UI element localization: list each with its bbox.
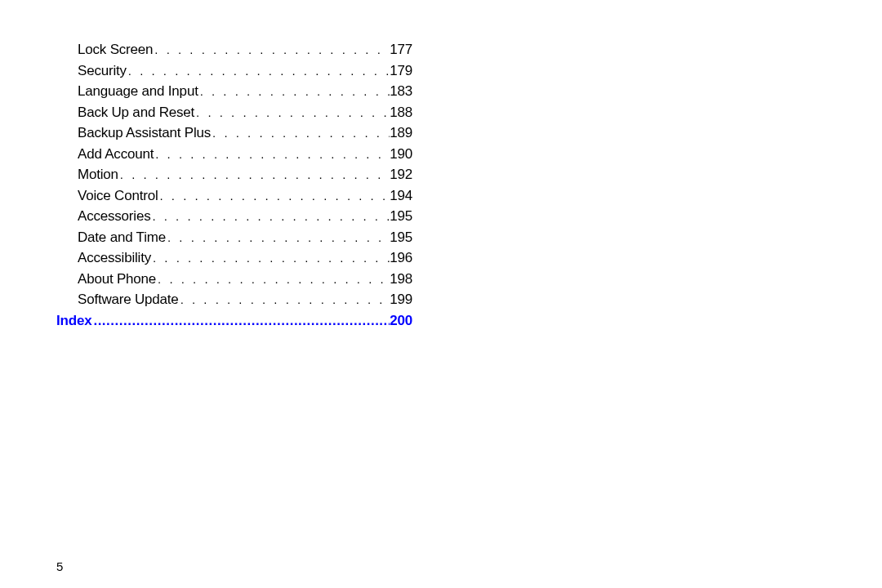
toc-title: Index bbox=[56, 310, 91, 332]
toc-page: 179 bbox=[390, 60, 412, 82]
toc-dots: . . . . . . . . . . . . . . . . . . . . … bbox=[198, 82, 390, 101]
toc-dots: ........................................… bbox=[91, 310, 390, 332]
toc-container: Lock Screen . . . . . . . . . . . . . . … bbox=[78, 39, 412, 331]
toc-title: Accessibility bbox=[78, 247, 151, 269]
toc-dots: . . . . . . . . . . . . . . . . . . . . … bbox=[150, 207, 390, 226]
toc-page: 195 bbox=[390, 206, 412, 227]
toc-entry-accessories: Accessories . . . . . . . . . . . . . . … bbox=[78, 206, 412, 227]
toc-title: Backup Assistant Plus bbox=[78, 122, 211, 144]
toc-title: Motion bbox=[78, 164, 118, 185]
toc-page: 188 bbox=[390, 102, 412, 123]
toc-page: 194 bbox=[390, 185, 412, 207]
toc-title: Date and Time bbox=[78, 227, 166, 248]
toc-dots: . . . . . . . . . . . . . . . . . . . . … bbox=[179, 291, 390, 310]
toc-entry-add-account: Add Account . . . . . . . . . . . . . . … bbox=[78, 144, 412, 165]
toc-page: 192 bbox=[390, 164, 412, 185]
toc-dots: . . . . . . . . . . . . . . . . . . . . … bbox=[153, 41, 390, 60]
toc-entry-security: Security . . . . . . . . . . . . . . . .… bbox=[78, 60, 412, 82]
toc-title: Back Up and Reset bbox=[78, 102, 194, 123]
toc-entry-about-phone: About Phone . . . . . . . . . . . . . . … bbox=[78, 269, 412, 290]
toc-title: Lock Screen bbox=[78, 39, 153, 60]
toc-entry-backup-assistant-plus: Backup Assistant Plus . . . . . . . . . … bbox=[78, 122, 412, 144]
toc-entry-lock-screen: Lock Screen . . . . . . . . . . . . . . … bbox=[78, 39, 412, 60]
toc-page: 199 bbox=[390, 289, 412, 310]
toc-page: 195 bbox=[390, 227, 412, 248]
toc-page: 196 bbox=[390, 247, 412, 269]
toc-dots: . . . . . . . . . . . . . . . . . . . . … bbox=[158, 187, 390, 206]
toc-entry-accessibility: Accessibility . . . . . . . . . . . . . … bbox=[78, 247, 412, 269]
toc-entry-date-and-time: Date and Time . . . . . . . . . . . . . … bbox=[78, 227, 412, 248]
toc-dots: . . . . . . . . . . . . . . . . . . . . … bbox=[156, 270, 390, 289]
toc-title: Language and Input bbox=[78, 81, 198, 102]
toc-index-wrapper: Index ..................................… bbox=[56, 310, 412, 332]
toc-page: 183 bbox=[390, 81, 412, 102]
toc-dots: . . . . . . . . . . . . . . . . . . . . … bbox=[194, 104, 390, 122]
toc-dots: . . . . . . . . . . . . . . . . . . . . … bbox=[154, 145, 390, 164]
toc-dots: . . . . . . . . . . . . . . . . . . . . … bbox=[118, 166, 390, 185]
toc-page: 190 bbox=[390, 144, 412, 165]
toc-page: 177 bbox=[390, 39, 412, 60]
toc-page: 198 bbox=[390, 269, 412, 290]
toc-entry-back-up-and-reset: Back Up and Reset . . . . . . . . . . . … bbox=[78, 102, 412, 123]
toc-title: Voice Control bbox=[78, 185, 158, 207]
toc-title: Software Update bbox=[78, 289, 179, 310]
toc-entry-voice-control: Voice Control . . . . . . . . . . . . . … bbox=[78, 185, 412, 207]
toc-page: 189 bbox=[390, 122, 412, 144]
toc-dots: . . . . . . . . . . . . . . . . . . . . … bbox=[211, 124, 390, 143]
toc-entry-index: Index ..................................… bbox=[56, 310, 412, 332]
toc-entry-software-update: Software Update . . . . . . . . . . . . … bbox=[78, 289, 412, 310]
toc-entry-motion: Motion . . . . . . . . . . . . . . . . .… bbox=[78, 164, 412, 185]
toc-dots: . . . . . . . . . . . . . . . . . . . . … bbox=[151, 249, 390, 268]
page-number: 5 bbox=[56, 559, 63, 573]
toc-dots: . . . . . . . . . . . . . . . . . . . . … bbox=[166, 229, 390, 247]
toc-page: 200 bbox=[390, 310, 412, 332]
toc-title: About Phone bbox=[78, 269, 156, 290]
toc-entry-language-and-input: Language and Input . . . . . . . . . . .… bbox=[78, 81, 412, 102]
toc-title: Accessories bbox=[78, 206, 150, 227]
toc-title: Security bbox=[78, 60, 127, 82]
toc-dots: . . . . . . . . . . . . . . . . . . . . … bbox=[127, 62, 390, 81]
toc-title: Add Account bbox=[78, 144, 154, 165]
